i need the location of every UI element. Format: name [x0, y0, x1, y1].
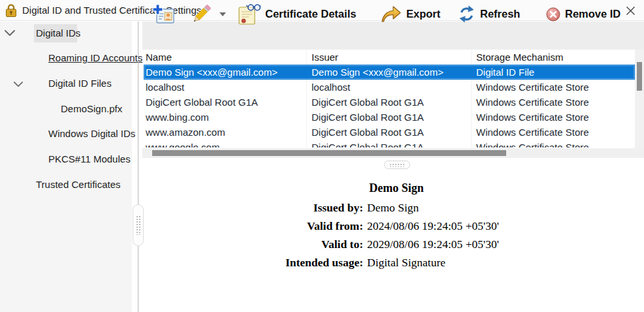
refresh-button[interactable]: Refresh: [458, 0, 520, 28]
export-button[interactable]: Export: [381, 0, 440, 28]
table-row-localhost[interactable]: localhost localhost Windows Certificate …: [144, 80, 635, 95]
horizontal-scrollbar[interactable]: [142, 148, 644, 158]
cell-name: www.amazon.com: [144, 125, 307, 140]
certificate-details-button[interactable]: Certificate Details: [237, 0, 356, 28]
cell-issuer: Demo Sign <xxx@gmail.com>: [307, 65, 472, 80]
digital-id-settings-window: Digital ID and Trusted Certificate Setti…: [0, 0, 644, 312]
sidebar-item-windows-digital-ids[interactable]: Windows Digital IDs: [48, 128, 135, 139]
horizontal-scrollbar-thumb[interactable]: [152, 150, 506, 156]
cell-name: www.bing.com: [144, 110, 307, 125]
cell-name: www.google.com: [144, 140, 307, 148]
chevron-down-icon[interactable]: [13, 81, 24, 87]
pencil-icon: [188, 1, 214, 27]
cell-issuer: localhost: [307, 80, 472, 95]
add-id-icon: [152, 4, 174, 25]
cell-issuer: DigiCert Global Root G1A: [307, 140, 472, 148]
sidebar-item-digital-id-files[interactable]: Digital ID Files: [48, 78, 112, 89]
close-button[interactable]: [622, 3, 638, 18]
cell-storage: Windows Certificate Store: [472, 80, 635, 95]
certificate-table: Name Issuer Storage Mechanism Demo Sign …: [144, 50, 635, 148]
sidebar-item-pkcs11-modules[interactable]: PKCS#11 Modules and: [48, 153, 133, 164]
field-valid-from: Valid from: 2024/08/06 19:24:05 +05'30': [138, 217, 644, 235]
certificate-title: Demo Sign: [138, 181, 644, 195]
column-header-issuer[interactable]: Issuer: [307, 50, 472, 65]
remove-id-label: Remove ID: [565, 8, 620, 20]
cell-name: DigiCert Global Root G1A: [144, 95, 307, 110]
table-row-demo-sign[interactable]: Demo Sign <xxx@gmail.com> Demo Sign <xxx…: [144, 65, 635, 80]
vertical-scrollbar[interactable]: [635, 50, 644, 158]
certificate-details-icon: [237, 3, 261, 25]
table-row-digicert[interactable]: DigiCert Global Root G1A DigiCert Global…: [144, 95, 635, 110]
column-header-name[interactable]: Name: [144, 50, 307, 65]
cell-issuer: DigiCert Global Root G1A: [307, 110, 472, 125]
table-header-row: Name Issuer Storage Mechanism: [144, 50, 635, 65]
remove-id-button[interactable]: Remove ID: [546, 0, 620, 28]
sidebar-item-demosign-pfx[interactable]: DemoSign.pfx: [61, 103, 122, 114]
cell-storage: Windows Certificate Store: [472, 125, 635, 140]
certificate-details-label: Certificate Details: [265, 8, 356, 20]
field-label: Intended usage:: [138, 253, 363, 272]
edit-dropdown-arrow[interactable]: [219, 12, 226, 16]
vertical-scrollbar-thumb[interactable]: [637, 62, 642, 91]
close-icon: [626, 6, 636, 16]
window-title: Digital ID and Trusted Certificate Setti…: [22, 5, 201, 16]
table-row-amazon[interactable]: www.amazon.com DigiCert Global Root G1A …: [144, 125, 635, 140]
cell-storage: Windows Certificate Store: [472, 140, 635, 148]
field-label: Issued by:: [138, 198, 363, 217]
refresh-label: Refresh: [480, 8, 520, 20]
field-label: Valid from:: [138, 217, 363, 235]
cell-name: Demo Sign <xxx@gmail.com>: [144, 65, 307, 80]
field-label: Valid to:: [138, 235, 363, 253]
lock-icon: [5, 3, 18, 18]
splitter-grip: [389, 163, 405, 167]
cell-storage: Windows Certificate Store: [472, 110, 635, 125]
edit-id-button[interactable]: [188, 0, 226, 28]
field-intended-usage: Intended usage: Digital Signature: [138, 253, 644, 272]
table-row-clipped[interactable]: www.google.com DigiCert Global Root G1A …: [144, 140, 635, 148]
certificate-details-panel: Demo Sign Issued by: Demo Sign Valid fro…: [138, 158, 644, 312]
sidebar-item-digital-ids[interactable]: Digital IDs: [36, 27, 80, 39]
cell-issuer: DigiCert Global Root G1A: [307, 95, 472, 110]
export-arrow-icon: [381, 5, 402, 23]
sidebar-splitter-handle[interactable]: [133, 204, 144, 246]
field-value: Demo Sign: [367, 198, 644, 217]
sidebar-tree: [0, 22, 132, 312]
cell-name: localhost: [144, 80, 307, 95]
field-value: Digital Signature: [367, 253, 644, 272]
sidebar-item-roaming-id-accounts[interactable]: Roaming ID Accounts: [48, 52, 142, 63]
cell-issuer: DigiCert Global Root G1A: [307, 125, 472, 140]
table-row-bing[interactable]: www.bing.com DigiCert Global Root G1A Wi…: [144, 110, 635, 125]
field-value: 2029/08/06 19:24:05 +05'30': [367, 235, 644, 253]
field-issued-by: Issued by: Demo Sign: [138, 198, 644, 217]
refresh-icon: [458, 5, 475, 23]
cell-storage: Digital ID File: [472, 65, 635, 80]
column-header-storage[interactable]: Storage Mechanism: [472, 50, 635, 65]
field-valid-to: Valid to: 2029/08/06 19:24:05 +05'30': [138, 235, 644, 253]
sidebar-item-trusted-certificates[interactable]: Trusted Certificates: [36, 179, 121, 190]
add-id-button[interactable]: [152, 0, 174, 28]
splitter-grip: [136, 215, 140, 235]
chevron-down-icon[interactable]: [4, 29, 16, 37]
field-value: 2024/08/06 19:24:05 +05'30': [367, 217, 644, 235]
remove-id-icon: [546, 7, 560, 22]
export-label: Export: [406, 8, 440, 20]
cell-storage: Windows Certificate Store: [472, 95, 635, 110]
certificate-fields: Issued by: Demo Sign Valid from: 2024/08…: [138, 198, 644, 272]
details-splitter-handle[interactable]: [384, 161, 410, 169]
